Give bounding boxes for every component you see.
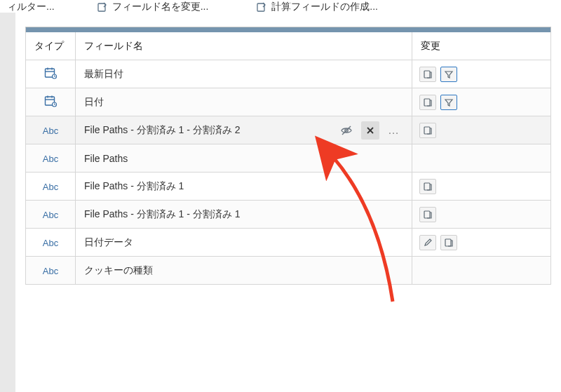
change-cell	[412, 173, 551, 201]
accent-bar	[25, 27, 551, 32]
change-cell	[412, 60, 551, 88]
change-cell	[412, 257, 551, 285]
string-type-icon: Abc	[43, 182, 58, 192]
svg-rect-22	[424, 127, 430, 134]
group-chip-icon[interactable]	[419, 67, 436, 82]
filter-chip-icon[interactable]	[440, 95, 457, 110]
string-type-icon: Abc	[43, 266, 58, 276]
field-name-label: 最新日付	[84, 68, 123, 81]
svg-rect-24	[424, 211, 430, 218]
toolbar: ィルター... フィールド名を変更... 計算フィールドの作成...	[0, 0, 561, 15]
svg-line-19	[342, 126, 351, 135]
group-chip-icon[interactable]	[419, 207, 436, 222]
toolbar-filter[interactable]: ィルター...	[0, 0, 62, 14]
window-chrome-left	[0, 13, 15, 392]
table-row[interactable]: Abc日付データ	[25, 229, 551, 257]
hidden-eye-icon[interactable]	[337, 121, 356, 140]
name-cell[interactable]: File Paths - 分割済み 1 - 分割済み 1	[76, 201, 412, 229]
string-type-icon: Abc	[43, 126, 58, 136]
calendar-clock-icon	[43, 66, 58, 80]
table-row[interactable]: 日付	[25, 88, 551, 116]
calc-field-icon	[256, 1, 267, 13]
type-cell[interactable]: Abc	[25, 229, 76, 257]
col-header-type[interactable]: タイプ	[25, 32, 76, 60]
group-chip-icon[interactable]	[440, 235, 457, 250]
svg-rect-0	[98, 4, 105, 11]
remove-field-button[interactable]	[361, 121, 379, 140]
field-name-label: File Paths - 分割済み 1	[84, 180, 184, 193]
field-name-label: 日付データ	[84, 236, 133, 249]
string-type-icon: Abc	[43, 154, 58, 164]
type-cell[interactable]	[25, 60, 76, 88]
type-cell[interactable]: Abc	[25, 173, 76, 201]
string-type-icon: Abc	[43, 238, 58, 248]
name-cell[interactable]: File Paths	[76, 144, 412, 173]
table-row[interactable]: AbcFile Paths	[25, 144, 551, 173]
name-cell[interactable]: 日付データ	[76, 229, 412, 257]
name-cell[interactable]: File Paths - 分割済み 1 - 分割済み 2…	[76, 116, 412, 144]
col-header-name[interactable]: フィールド名	[76, 32, 412, 60]
table-row[interactable]: AbcFile Paths - 分割済み 1 - 分割済み 2…	[25, 116, 551, 144]
svg-rect-9	[424, 71, 430, 78]
type-cell[interactable]: Abc	[25, 201, 76, 229]
change-cell	[412, 229, 551, 257]
change-cell	[412, 88, 551, 116]
field-name-label: File Paths - 分割済み 1 - 分割済み 1	[84, 208, 240, 221]
field-name-label: File Paths - 分割済み 1 - 分割済み 2	[84, 124, 240, 137]
table-row[interactable]: Abcクッキーの種類	[25, 257, 551, 285]
toolbar-calc-label: 計算フィールドの作成...	[271, 1, 378, 13]
group-chip-icon[interactable]	[419, 123, 436, 138]
svg-rect-25	[445, 239, 451, 246]
toolbar-rename-label: フィールド名を変更...	[112, 1, 209, 13]
type-cell[interactable]: Abc	[25, 144, 76, 173]
change-cell	[412, 201, 551, 229]
name-cell[interactable]: 日付	[76, 88, 412, 116]
type-cell[interactable]	[25, 88, 76, 116]
name-cell[interactable]: 最新日付	[76, 60, 412, 88]
toolbar-filter-label: ィルター...	[7, 1, 55, 13]
group-chip-icon[interactable]	[419, 179, 436, 194]
col-header-change[interactable]: 変更	[412, 32, 551, 60]
rename-icon	[97, 1, 108, 13]
fields-table: タイプ フィールド名 変更 最新日付日付AbcFile Paths - 分割済み…	[25, 32, 551, 285]
field-name-label: File Paths	[84, 153, 128, 164]
name-cell[interactable]: File Paths - 分割済み 1	[76, 173, 412, 201]
fields-panel: タイプ フィールド名 変更 最新日付日付AbcFile Paths - 分割済み…	[25, 27, 551, 392]
field-name-label: クッキーの種類	[84, 264, 153, 277]
string-type-icon: Abc	[43, 210, 58, 220]
toolbar-calc[interactable]: 計算フィールドの作成...	[249, 0, 385, 14]
change-cell	[412, 116, 551, 144]
svg-rect-1	[257, 4, 264, 11]
type-cell[interactable]: Abc	[25, 257, 76, 285]
more-actions-button[interactable]: …	[385, 121, 403, 140]
svg-rect-23	[424, 183, 430, 190]
table-row[interactable]: AbcFile Paths - 分割済み 1 - 分割済み 1	[25, 201, 551, 229]
filter-chip-icon[interactable]	[440, 67, 457, 82]
table-header-row: タイプ フィールド名 変更	[25, 32, 551, 60]
name-cell[interactable]: クッキーの種類	[76, 257, 412, 285]
table-row[interactable]: 最新日付	[25, 60, 551, 88]
toolbar-rename[interactable]: フィールド名を変更...	[90, 0, 216, 14]
change-cell	[412, 144, 551, 173]
group-chip-icon[interactable]	[419, 95, 436, 110]
svg-rect-17	[424, 99, 430, 106]
table-row[interactable]: AbcFile Paths - 分割済み 1	[25, 173, 551, 201]
calendar-clock-icon	[43, 94, 58, 108]
type-cell[interactable]: Abc	[25, 116, 76, 144]
edit-chip-icon[interactable]	[419, 235, 436, 250]
field-name-label: 日付	[84, 96, 104, 109]
